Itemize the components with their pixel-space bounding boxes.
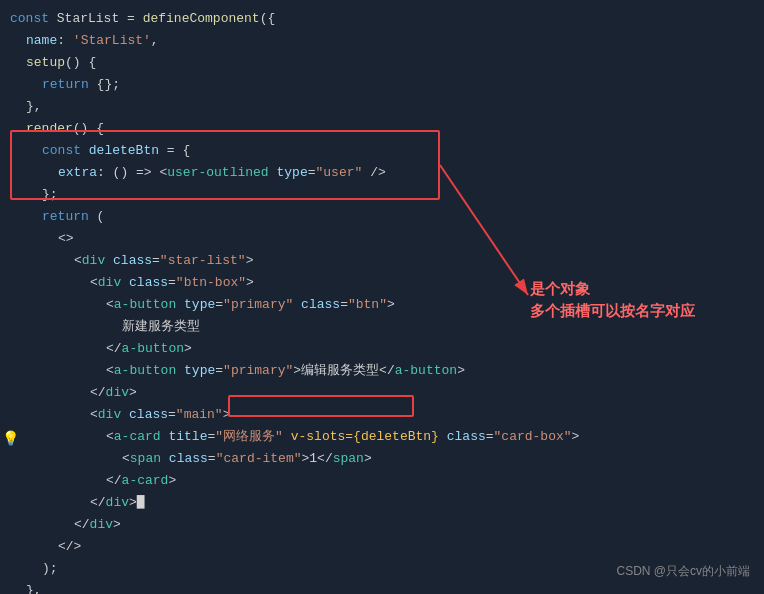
code-line: render() { [0, 118, 764, 140]
code-line: <div class="btn-box"> [0, 272, 764, 294]
code-line: const StarList = defineComponent({ [0, 8, 764, 30]
code-line: const deleteBtn = { [0, 140, 764, 162]
code-line: <a-card title="网络服务" v-slots={deleteBtn}… [0, 426, 764, 448]
code-line: </a-button> [0, 338, 764, 360]
bulb-icon: 💡 [2, 430, 19, 447]
code-line: </div> [0, 514, 764, 536]
annotation-text-2: 多个插槽可以按名字对应 [530, 302, 695, 321]
code-line: <> [0, 228, 764, 250]
code-line: </div>█ [0, 492, 764, 514]
code-line: </div> [0, 382, 764, 404]
code-line: }, [0, 580, 764, 594]
code-line: extra: () => <user-outlined type="user" … [0, 162, 764, 184]
code-line: <div class="star-list"> [0, 250, 764, 272]
code-line: return ( [0, 206, 764, 228]
code-line: }; [0, 184, 764, 206]
code-editor: const StarList = defineComponent({name: … [0, 0, 764, 594]
code-line: <div class="main"> [0, 404, 764, 426]
annotation-text-1: 是个对象 [530, 280, 590, 299]
code-line: setup() { [0, 52, 764, 74]
code-line: </> [0, 536, 764, 558]
code-line: </a-card> [0, 470, 764, 492]
watermark: CSDN @只会cv的小前端 [616, 563, 750, 580]
code-line: return {}; [0, 74, 764, 96]
code-line: name: 'StarList', [0, 30, 764, 52]
code-line: <a-button type="primary">编辑服务类型</a-butto… [0, 360, 764, 382]
code-line: <span class="card-item">1</span> [0, 448, 764, 470]
code-line: }, [0, 96, 764, 118]
